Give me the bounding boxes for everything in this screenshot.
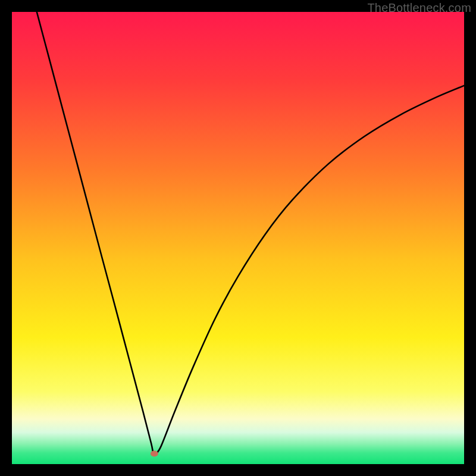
bottleneck-chart — [12, 12, 464, 464]
watermark-text: TheBottleneck.com — [367, 1, 471, 15]
chart-frame: TheBottleneck.com — [0, 0, 476, 476]
plot-area — [12, 12, 464, 464]
gradient-background — [12, 12, 464, 464]
optimal-point-marker — [151, 451, 158, 457]
